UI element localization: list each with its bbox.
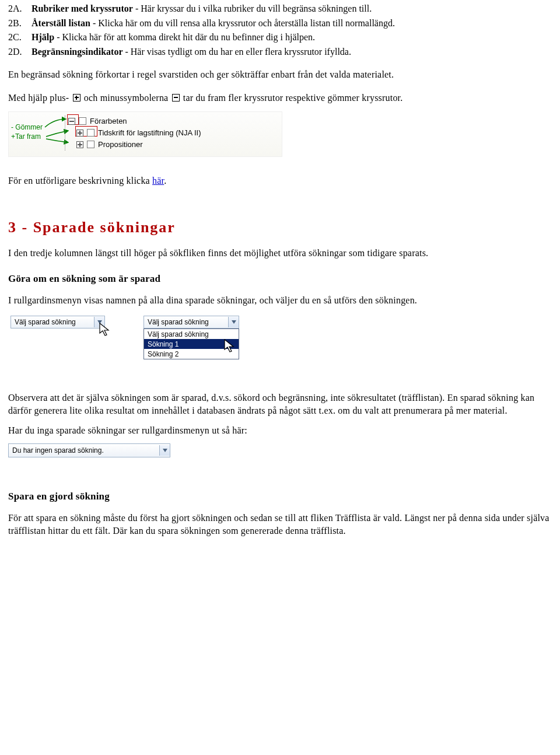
section-3-intro: I den tredje kolumnen längst till höger … [8,247,552,260]
tree: Förarbeten Tidskrift för lagstiftning (N… [62,116,201,151]
chevron-down-icon [94,317,104,327]
dropdown-option-2: Sökning 2 [144,349,239,359]
paragraph-limit: En begränsad sökning förkortar i regel s… [8,68,552,81]
show-label: +Tar fram [11,132,43,141]
dropdown-option-1-selected: Sökning 1 [144,339,239,349]
dropdown-closed-text: Välj sparad sökning [11,317,94,327]
figure-saved-dropdowns: Välj sparad sökning Välj sparad sökning … [8,313,312,374]
tree-item-2: Propositioner [98,139,143,150]
dropdown-option-0: Välj sparad sökning [144,329,239,339]
paragraph-more-info: För en utförligare beskrivning klicka hä… [8,174,552,187]
tree-item-1: Tidskrift för lagstiftning (NJA II) [98,128,201,138]
paragraph-symbols: Med hjälp plus- och minussymbolerna tar … [8,92,552,104]
dropdown-open-header: Välj sparad sökning [144,316,239,328]
label-2B: Återställ listan [32,18,90,28]
label-2D: Begränsningsindikator [32,47,123,57]
checkbox [79,117,86,125]
dropdown-no-saved: Du har ingen sparad sökning. [8,443,170,457]
checkbox [87,129,94,137]
tree-item-0: Förarbeten [90,116,127,127]
text-2A: Rubriker med kryssrutor - Här kryssar du… [32,2,372,15]
plus-node-icon [76,130,83,137]
paragraph-observe: Observera att det är själva sökningen so… [8,392,552,417]
figure-no-saved-dropdown: Du har ingen sparad sökning. [8,443,170,461]
text-2D: Begränsningsindikator - Här visas tydlig… [32,46,351,58]
plus-node-icon [76,141,83,148]
list-item-2A: 2A. Rubriker med kryssrutor - Här kryssa… [8,2,552,15]
label-2C: Hjälp [32,32,54,42]
list-item-2B: 2B. Återställ listan - Klicka här om du … [8,17,552,30]
hide-label: - Gömmer [11,123,43,132]
minus-icon [172,94,180,102]
text-2B: Återställ listan - Klicka här om du vill… [32,17,395,30]
sub-save-heading: Spara en gjord sökning [8,490,552,504]
section-3-heading: 3 - Sparade sökningar [8,217,552,237]
dropdown-open-text: Välj sparad sökning [144,317,228,327]
paragraph-save: För att spara en sökning måste du först … [8,512,552,537]
label-2A: Rubriker med kryssrutor [32,4,133,13]
figure-tree-plus-minus: - Gömmer +Tar fram Förarbeten [8,111,282,157]
more-info-link[interactable]: här [152,176,164,186]
marker-2A: 2A. [8,2,28,15]
dropdown-no-saved-text: Du har ingen sparad sökning. [9,446,159,455]
paragraph-menu: I rullgardinsmenyn visas namnen på alla … [8,294,552,307]
chevron-down-icon [159,445,170,456]
dropdown-closed: Välj sparad sökning [10,316,105,328]
sub-redo-heading: Göra om en sökning som är sparad [8,272,552,286]
marker-2B: 2B. [8,17,28,30]
chevron-down-icon [228,317,239,327]
marker-2D: 2D. [8,46,28,58]
minus-node-icon [68,118,75,125]
marker-2C: 2C. [8,31,28,44]
text-2C: Hjälp - Klicka här för att komma direkt … [32,31,315,44]
figure-left-labels: - Gömmer +Tar fram [11,123,43,141]
list-item-2D: 2D. Begränsningsindikator - Här visas ty… [8,46,552,58]
checkbox [87,141,94,148]
paragraph-no-saved: Har du inga sparade sökningar ser rullga… [8,424,552,437]
list-item-2C: 2C. Hjälp - Klicka här för att komma dir… [8,31,552,44]
dropdown-list: Välj sparad sökning Sökning 1 Sökning 2 [144,328,239,359]
plus-icon [73,94,80,102]
